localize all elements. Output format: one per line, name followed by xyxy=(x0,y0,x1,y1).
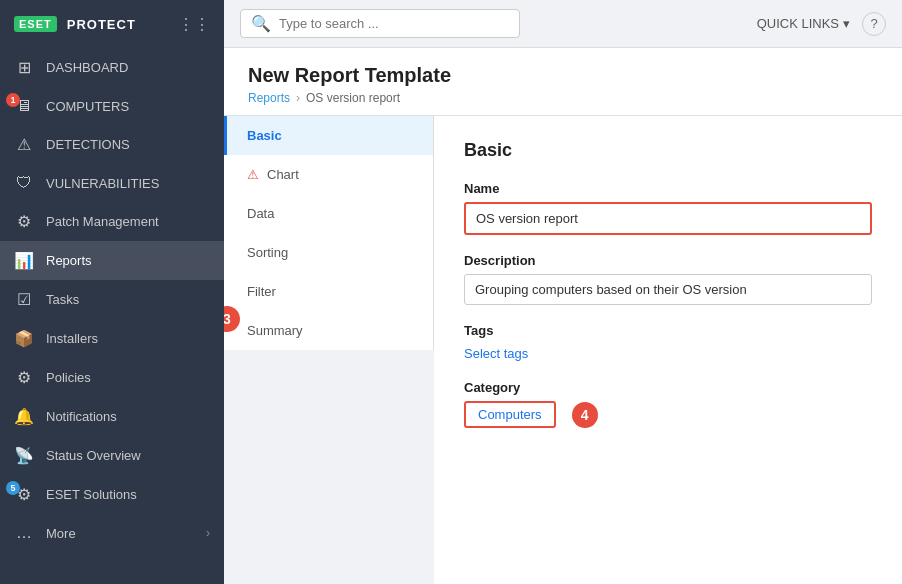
sidebar-item-status[interactable]: 📡 Status Overview xyxy=(0,436,224,475)
sorting-label: Sorting xyxy=(247,245,288,260)
sidebar-label-vulnerabilities: VULNERABILITIES xyxy=(46,176,159,191)
sidebar-item-dashboard[interactable]: ⊞ DASHBOARD xyxy=(0,48,224,87)
sidebar-item-patch[interactable]: ⚙ Patch Management xyxy=(0,202,224,241)
tags-link[interactable]: Select tags xyxy=(464,346,528,361)
sidebar-label-reports: Reports xyxy=(46,253,92,268)
category-value: Computers xyxy=(478,407,542,422)
sidebar: ESET PROTECT ⋮⋮ ⊞ DASHBOARD 1 🖥 COMPUTER… xyxy=(0,0,224,584)
quick-links-button[interactable]: QUICK LINKS ▾ xyxy=(757,16,850,31)
status-icon: 📡 xyxy=(14,446,34,465)
category-label: Category xyxy=(464,380,872,395)
breadcrumb-reports-link[interactable]: Reports xyxy=(248,91,290,105)
chart-label: Chart xyxy=(267,167,299,182)
help-label: ? xyxy=(870,16,877,31)
search-icon: 🔍 xyxy=(251,14,271,33)
computers-badge: 1 xyxy=(6,93,20,107)
sidebar-label-eset: ESET Solutions xyxy=(46,487,137,502)
description-label: Description xyxy=(464,253,872,268)
more-icon: … xyxy=(14,524,34,542)
sidebar-label-more: More xyxy=(46,526,76,541)
eset-badge: 5 xyxy=(6,481,20,495)
step4-badge: 4 xyxy=(572,402,598,428)
basic-label: Basic xyxy=(247,128,282,143)
category-chip[interactable]: Computers xyxy=(464,401,556,428)
protect-label: PROTECT xyxy=(67,17,136,32)
sidebar-label-detections: DETECTIONS xyxy=(46,137,130,152)
name-group: Name xyxy=(464,181,872,235)
main-area: 🔍 QUICK LINKS ▾ ? New Report Template Re… xyxy=(224,0,902,584)
chart-warn-icon: ⚠ xyxy=(247,167,259,182)
panels-row: Basic ⚠ Chart Data Sorting xyxy=(224,116,902,584)
logo-text: ESET xyxy=(19,18,52,30)
sidebar-item-computers[interactable]: 1 🖥 COMPUTERS xyxy=(0,87,224,125)
sidebar-item-more[interactable]: … More › xyxy=(0,514,224,552)
detections-icon: ⚠ xyxy=(14,135,34,154)
step-chart[interactable]: ⚠ Chart xyxy=(224,155,433,194)
sidebar-label-notifications: Notifications xyxy=(46,409,117,424)
summary-label: Summary xyxy=(247,323,303,338)
data-label: Data xyxy=(247,206,274,221)
sidebar-label-computers: COMPUTERS xyxy=(46,99,129,114)
policies-icon: ⚙ xyxy=(14,368,34,387)
installers-icon: 📦 xyxy=(14,329,34,348)
sidebar-label-status: Status Overview xyxy=(46,448,141,463)
vulnerabilities-icon: 🛡 xyxy=(14,174,34,192)
quick-links-label: QUICK LINKS xyxy=(757,16,839,31)
tags-group: Tags Select tags xyxy=(464,323,872,362)
eset-logo: ESET xyxy=(14,16,57,32)
sidebar-label-dashboard: DASHBOARD xyxy=(46,60,128,75)
page-title: New Report Template xyxy=(248,64,878,87)
form-section-title: Basic xyxy=(464,140,872,161)
quick-links-chevron-icon: ▾ xyxy=(843,16,850,31)
tags-label: Tags xyxy=(464,323,872,338)
breadcrumb-separator: › xyxy=(296,91,300,105)
page-header: New Report Template Reports › OS version… xyxy=(224,48,902,116)
sidebar-label-installers: Installers xyxy=(46,331,98,346)
step-data[interactable]: Data xyxy=(224,194,433,233)
filter-label: Filter xyxy=(247,284,276,299)
name-label: Name xyxy=(464,181,872,196)
category-row: Computers 4 xyxy=(464,401,872,428)
sidebar-label-policies: Policies xyxy=(46,370,91,385)
sidebar-item-policies[interactable]: ⚙ Policies xyxy=(0,358,224,397)
page-title-bar: New Report Template Reports › OS version… xyxy=(248,64,878,115)
sidebar-item-installers[interactable]: 📦 Installers xyxy=(0,319,224,358)
search-input[interactable] xyxy=(279,16,509,31)
description-group: Description xyxy=(464,253,872,305)
reports-icon: 📊 xyxy=(14,251,34,270)
sidebar-item-reports[interactable]: 📊 Reports xyxy=(0,241,224,280)
search-bar[interactable]: 🔍 xyxy=(240,9,520,38)
sidebar-header: ESET PROTECT ⋮⋮ xyxy=(0,0,224,48)
form-panel: Basic Name Description Tags Select tags xyxy=(434,116,902,584)
step-nav-wrapper: Basic ⚠ Chart Data Sorting xyxy=(224,116,434,584)
patch-icon: ⚙ xyxy=(14,212,34,231)
sidebar-item-vulnerabilities[interactable]: 🛡 VULNERABILITIES xyxy=(0,164,224,202)
name-input[interactable] xyxy=(464,202,872,235)
sidebar-label-patch: Patch Management xyxy=(46,214,159,229)
step-navigation: Basic ⚠ Chart Data Sorting xyxy=(224,116,434,350)
sidebar-item-tasks[interactable]: ☑ Tasks xyxy=(0,280,224,319)
topbar: 🔍 QUICK LINKS ▾ ? xyxy=(224,0,902,48)
grid-icon[interactable]: ⋮⋮ xyxy=(178,15,210,34)
breadcrumb-current: OS version report xyxy=(306,91,400,105)
sidebar-item-eset[interactable]: 5 ⚙ ESET Solutions xyxy=(0,475,224,514)
more-arrow-icon: › xyxy=(206,526,210,540)
help-icon[interactable]: ? xyxy=(862,12,886,36)
category-group: Category Computers 4 xyxy=(464,380,872,428)
dashboard-icon: ⊞ xyxy=(14,58,34,77)
content-area: New Report Template Reports › OS version… xyxy=(224,48,902,584)
breadcrumb: Reports › OS version report xyxy=(248,91,878,115)
step-sorting[interactable]: Sorting xyxy=(224,233,433,272)
sidebar-item-detections[interactable]: ⚠ DETECTIONS xyxy=(0,125,224,164)
step-filter[interactable]: Filter xyxy=(224,272,433,311)
step-summary[interactable]: Summary xyxy=(224,311,433,350)
sidebar-label-tasks: Tasks xyxy=(46,292,79,307)
step-basic[interactable]: Basic xyxy=(224,116,433,155)
tasks-icon: ☑ xyxy=(14,290,34,309)
sidebar-item-notifications[interactable]: 🔔 Notifications xyxy=(0,397,224,436)
notifications-icon: 🔔 xyxy=(14,407,34,426)
description-input[interactable] xyxy=(464,274,872,305)
